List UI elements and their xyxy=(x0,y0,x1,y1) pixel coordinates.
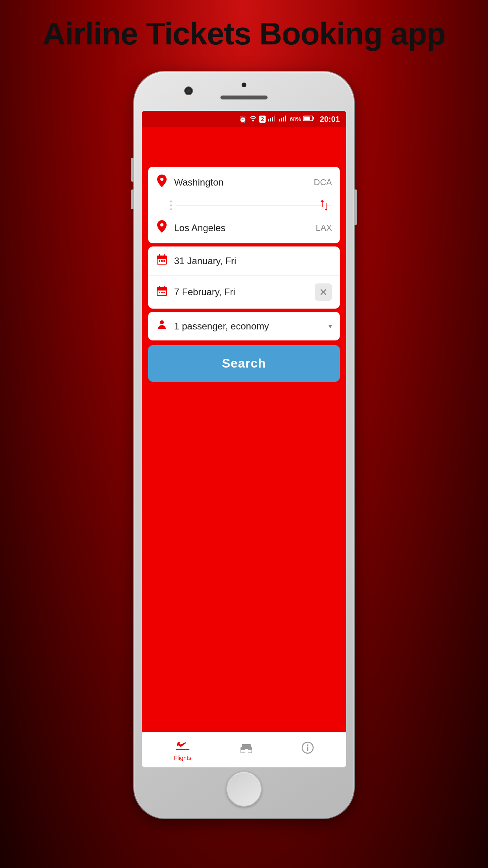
svg-rect-7 xyxy=(285,116,286,121)
wifi-icon xyxy=(249,115,257,123)
destination-city: Los Angeles xyxy=(174,223,309,234)
svg-rect-17 xyxy=(163,260,165,262)
info-icon xyxy=(301,741,314,757)
svg-rect-12 xyxy=(157,256,167,259)
return-date: 7 February, Fri xyxy=(174,287,308,298)
volume-buttons xyxy=(131,158,134,209)
route-card[interactable]: Washington DCA xyxy=(148,167,340,243)
svg-rect-16 xyxy=(161,260,163,262)
battery-percent: 68% xyxy=(290,116,301,122)
screen-header xyxy=(142,127,346,167)
departure-date-row[interactable]: 31 January, Fri xyxy=(148,246,340,276)
signal-icon xyxy=(268,115,277,123)
departure-date: 31 January, Fri xyxy=(174,256,332,267)
destination-pin-icon xyxy=(156,220,168,235)
phone-screen: ⏰ 2 xyxy=(142,111,346,767)
dates-card[interactable]: 31 January, Fri xyxy=(148,246,340,309)
svg-point-27 xyxy=(160,320,164,324)
sim-icon: 2 xyxy=(259,116,266,123)
route-dot-3 xyxy=(170,208,172,210)
search-button[interactable]: Search xyxy=(148,345,340,382)
origin-city: Washington xyxy=(174,177,308,188)
passenger-icon xyxy=(156,320,168,333)
phone-frame: ⏰ 2 xyxy=(134,72,354,818)
hotels-icon xyxy=(240,742,253,756)
svg-rect-15 xyxy=(159,260,160,262)
destination-row[interactable]: Los Angeles LAX xyxy=(148,212,340,243)
passengers-dropdown-arrow: ▾ xyxy=(328,322,332,331)
svg-rect-3 xyxy=(274,116,275,121)
svg-rect-6 xyxy=(283,117,284,121)
passengers-card[interactable]: 1 passenger, economy ▾ xyxy=(148,312,340,340)
alarm-icon: ⏰ xyxy=(239,116,247,123)
svg-rect-30 xyxy=(242,744,251,747)
screen-content: Washington DCA xyxy=(142,167,346,732)
status-time: 20:01 xyxy=(320,115,340,124)
power-button xyxy=(354,189,357,225)
clear-return-date-button[interactable] xyxy=(315,283,332,301)
signal2-icon xyxy=(279,115,288,123)
svg-rect-9 xyxy=(313,117,314,120)
volume-up-button xyxy=(131,158,134,182)
svg-rect-33 xyxy=(307,747,308,751)
svg-rect-23 xyxy=(161,292,163,293)
return-date-row[interactable]: 7 February, Fri xyxy=(148,276,340,309)
passengers-text: 1 passenger, economy xyxy=(174,321,322,332)
flights-label: Flights xyxy=(174,754,191,761)
nav-flights[interactable]: Flights xyxy=(174,738,191,761)
front-camera-2 xyxy=(242,83,246,87)
departure-calendar-icon xyxy=(156,254,168,267)
power-side-button xyxy=(354,189,357,225)
status-bar: ⏰ 2 xyxy=(142,111,346,127)
svg-rect-31 xyxy=(245,749,248,753)
route-dot-2 xyxy=(170,204,172,206)
return-calendar-icon xyxy=(156,286,168,299)
origin-row[interactable]: Washington DCA xyxy=(148,167,340,198)
flights-icon xyxy=(176,738,189,753)
svg-rect-1 xyxy=(270,118,271,121)
svg-rect-5 xyxy=(281,118,282,121)
svg-rect-19 xyxy=(157,287,167,291)
svg-rect-2 xyxy=(272,117,273,121)
route-dot-1 xyxy=(170,200,172,202)
svg-rect-4 xyxy=(279,119,280,121)
destination-code: LAX xyxy=(316,223,332,233)
app-title-text: Airline Tickets Booking app xyxy=(42,16,445,52)
nav-info[interactable] xyxy=(301,741,314,758)
phone-bottom xyxy=(142,767,346,811)
svg-rect-24 xyxy=(163,292,165,293)
bottom-navigation: Flights xyxy=(142,732,346,767)
volume-down-button xyxy=(131,189,134,209)
screen-spacer xyxy=(148,385,340,732)
nav-hotels[interactable] xyxy=(240,742,253,758)
swap-button[interactable] xyxy=(316,197,332,213)
speaker xyxy=(220,96,268,99)
svg-rect-10 xyxy=(304,117,310,120)
status-icons: ⏰ 2 xyxy=(239,115,314,123)
origin-pin-icon xyxy=(156,175,168,190)
phone-top xyxy=(142,79,346,111)
svg-point-34 xyxy=(307,744,308,746)
home-button[interactable] xyxy=(226,771,262,807)
battery-icon xyxy=(303,116,314,123)
front-camera xyxy=(185,87,192,94)
svg-rect-0 xyxy=(268,119,269,121)
svg-rect-22 xyxy=(159,292,160,293)
origin-code: DCA xyxy=(314,177,332,188)
